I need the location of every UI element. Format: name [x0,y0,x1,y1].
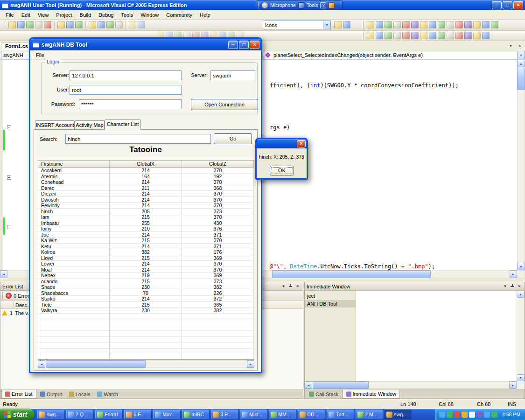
help-icon[interactable]: ? [320,2,326,8]
toolbar-icon[interactable] [343,21,350,28]
toolbar-icon[interactable] [385,21,392,28]
toolbar-icon[interactable] [385,32,392,39]
table-row[interactable]: orlando 215 373 [38,279,254,285]
table-row[interactable]: Moal 214 370 [38,267,254,273]
editor-vertical-scrollbar[interactable]: ▲ ▼ [517,60,525,270]
toolbar-icon[interactable] [138,21,145,28]
taskbar-button[interactable]: MM... [269,410,296,419]
toolbar-icon[interactable] [35,21,42,28]
table-row[interactable] [38,325,254,331]
maximize-button[interactable]: □ [239,41,249,49]
taskbar-button[interactable]: Tort... [327,410,354,419]
tools-icon[interactable] [298,2,304,8]
toolbar-icon[interactable] [402,21,410,28]
tools-label[interactable]: Tools [307,2,318,8]
scroll-thumb[interactable] [272,270,431,278]
toolbar-icon[interactable] [66,21,74,28]
menu-item[interactable]: Community [162,11,196,19]
ok-button[interactable]: OK [270,166,294,175]
close-panel-icon[interactable]: ✕ [294,283,301,290]
table-row[interactable]: Lower 214 370 [38,261,254,267]
pin-icon[interactable] [287,283,294,290]
toolbar-icon[interactable] [376,32,383,39]
toolbar-icon[interactable] [455,32,463,39]
toolbar-icon[interactable] [420,21,427,28]
toolbar-icon[interactable] [473,21,481,28]
close-document-icon[interactable]: ✕ [516,42,523,49]
table-row[interactable] [38,337,254,343]
close-button[interactable]: ✕ [297,140,306,147]
taskbar-button[interactable]: DD... [298,410,325,419]
menu-item[interactable]: View [34,11,53,19]
scroll-left-icon[interactable]: ◄ [0,270,7,278]
table-row[interactable]: Conehead 214 370 [38,179,254,185]
tab-watch[interactable]: Watch [94,390,121,399]
scroll-thumb[interactable] [46,360,146,368]
toolbar-icon[interactable] [411,21,419,28]
toolbar-icon[interactable] [464,32,472,39]
tab-output[interactable]: Output [37,390,65,399]
toolbar-icon[interactable] [106,21,114,28]
toolbar-icon[interactable] [473,32,481,39]
immediate-vertical-scrollbar[interactable]: ▲ ▼ [517,291,525,381]
table-row[interactable]: Koiroe 382 176 [38,249,254,255]
menu-item[interactable]: Edit [18,11,34,19]
toolbar-icon[interactable] [393,21,401,28]
table-row[interactable]: Iam 215 370 [38,214,254,220]
toolbar-icon[interactable] [44,21,51,28]
table-row[interactable]: Atermis 164 192 [38,174,254,180]
table-row[interactable]: Joe 214 371 [38,232,254,238]
table-row[interactable]: Netrex 219 369 [38,273,254,279]
scroll-left-icon[interactable]: ◄ [38,360,45,368]
go-button[interactable]: Go [214,133,252,144]
immediate-title-bar[interactable]: Immediate Window ▼ ✕ [305,282,525,291]
immediate-content[interactable] [356,291,517,381]
dbtool-title-bar[interactable]: swgANH DB Tool ─ □ ✕ [30,39,261,50]
close-panel-icon[interactable]: ✕ [516,283,523,290]
minimize-button[interactable]: ─ [228,41,238,49]
table-horizontal-scrollbar[interactable]: ◄ ► [38,360,254,368]
toolbar-icon[interactable] [98,21,105,28]
toolbar-icon[interactable] [334,21,342,28]
scroll-thumb[interactable] [313,381,369,389]
scroll-right-icon[interactable]: ► [247,360,254,368]
tab-locals[interactable]: Locals [66,390,94,399]
search-combobox[interactable]: icons ▼ [263,21,331,29]
msgbox-title-bar[interactable]: ✕ [257,139,307,148]
pin-icon[interactable] [509,283,516,290]
scroll-track[interactable] [517,60,525,270]
toolbar-icon[interactable] [376,21,383,28]
scroll-left-icon[interactable]: ◄ [305,381,312,389]
toolbar-icon[interactable] [411,32,419,39]
table-row[interactable]: Shadebacca 70 226 [38,290,254,296]
table-row[interactable]: Imbaatu 255 430 [38,220,254,226]
close-button[interactable]: ✕ [513,1,523,9]
toolbar-icon[interactable] [482,32,490,39]
combobox-dropdown-icon[interactable]: ▼ [323,21,330,29]
tab-activity-map[interactable]: Activity Map [75,120,105,129]
window-menu-icon[interactable]: ▼ [280,283,287,290]
table-row[interactable]: Ioiny 210 376 [38,226,254,232]
toolbar-icon[interactable] [129,21,136,28]
toolbar-icon[interactable] [429,32,436,39]
column-header-firstname[interactable]: Firstname [38,161,110,168]
tray-icon[interactable] [469,412,475,418]
window-menu-icon[interactable]: ▼ [502,283,509,290]
scroll-down-icon[interactable]: ▼ [517,374,525,381]
toolbar-icon[interactable] [402,32,410,39]
toolbar-icon[interactable] [26,21,34,28]
toolbar-icon[interactable] [429,21,436,28]
menu-item[interactable]: Build [76,11,95,19]
toolbar-icon[interactable] [89,21,96,28]
password-input[interactable] [79,99,182,109]
column-header-globalx[interactable]: GlobalX [110,161,182,168]
table-row[interactable] [38,354,254,360]
drag-handle[interactable] [4,21,5,28]
toolbar-icon[interactable] [367,21,374,28]
member-dropdown[interactable]: planetSelect_SelectedIndexChanged(object… [263,51,525,59]
toolbar-icon[interactable] [420,32,427,39]
table-row[interactable]: Diezen 214 370 [38,191,254,197]
toolbar-icon[interactable] [482,21,490,28]
tray-icon[interactable] [462,412,468,418]
open-connection-button[interactable]: Open Connection [191,99,258,110]
